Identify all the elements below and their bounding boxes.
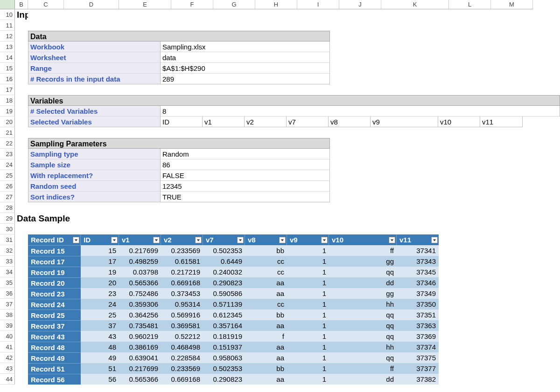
cell-v2[interactable]: 0.217219	[161, 267, 203, 277]
cell-v8[interactable]: cc	[245, 267, 287, 277]
cell-record-id[interactable]: Record 17	[28, 256, 81, 267]
row-header-42[interactable]: 42	[0, 352, 15, 363]
cell-v8[interactable]: cc	[245, 256, 287, 267]
row-header-24[interactable]: 24	[0, 159, 15, 170]
cell-record-id[interactable]: Record 51	[28, 363, 81, 374]
th-v1[interactable]: v1	[119, 234, 161, 245]
row-header-30[interactable]: 30	[0, 224, 15, 234]
cell-record-id[interactable]: Record 49	[28, 352, 81, 363]
cell-v11[interactable]: 37363	[397, 320, 439, 331]
cell-v11[interactable]: 37341	[397, 245, 439, 256]
cell-v9[interactable]: 1	[287, 342, 329, 352]
cell-v7[interactable]: 0.181919	[203, 331, 245, 342]
cell-v9[interactable]: 1	[287, 299, 329, 309]
cell-v1[interactable]: 0.03798	[119, 267, 161, 277]
table-row[interactable]: Record 43430.9602190.522120.181919f1qq37…	[15, 331, 560, 342]
row-header-31[interactable]: 31	[0, 234, 15, 245]
cell-v2[interactable]: 0.228584	[161, 352, 203, 363]
cell-record-id[interactable]: Record 37	[28, 320, 81, 331]
value-sort-indices[interactable]: TRUE	[161, 192, 330, 202]
cell-v10[interactable]: ff	[329, 245, 397, 256]
cell-v11[interactable]: 37351	[397, 309, 439, 320]
filter-icon[interactable]	[389, 237, 395, 243]
cell-v2[interactable]: 0.569916	[161, 309, 203, 320]
row-header-39[interactable]: 39	[0, 320, 15, 331]
col-header-H[interactable]: H	[255, 0, 297, 9]
filter-icon[interactable]	[279, 237, 286, 243]
row-header-16[interactable]: 16	[0, 74, 15, 84]
cell-v10[interactable]: qq	[329, 309, 397, 320]
row-header-38[interactable]: 38	[0, 309, 15, 320]
cell-v10[interactable]: ff	[329, 363, 397, 374]
row-header-23[interactable]: 23	[0, 149, 15, 159]
cell-record-id[interactable]: Record 24	[28, 299, 81, 309]
cell-v11[interactable]: 37369	[397, 331, 439, 342]
filter-icon[interactable]	[73, 237, 79, 243]
cell-v8[interactable]: aa	[245, 342, 287, 352]
cell-v7[interactable]: 0.502353	[203, 363, 245, 374]
th-id[interactable]: ID	[81, 234, 119, 245]
cell-v1[interactable]: 0.735481	[119, 320, 161, 331]
cell-v8[interactable]: bb	[245, 363, 287, 374]
filter-icon[interactable]	[431, 237, 438, 243]
col-header-D[interactable]: D	[64, 0, 119, 9]
cell-id[interactable]: 51	[81, 363, 119, 374]
cell-v9[interactable]: 1	[287, 320, 329, 331]
cell-v2[interactable]: 0.52212	[161, 331, 203, 342]
cell-v8[interactable]: bb	[245, 245, 287, 256]
cell-v11[interactable]: 37374	[397, 342, 439, 352]
cell-v2[interactable]: 0.369581	[161, 320, 203, 331]
cell-record-id[interactable]: Record 20	[28, 277, 81, 288]
value-sampling-type[interactable]: Random	[161, 149, 330, 159]
cell-v2[interactable]: 0.233569	[161, 245, 203, 256]
selvar-3[interactable]: v7	[287, 117, 329, 127]
col-header-C[interactable]: C	[28, 0, 64, 9]
row-header-27[interactable]: 27	[0, 192, 15, 202]
row-header-36[interactable]: 36	[0, 288, 15, 299]
value-worksheet[interactable]: data	[161, 52, 330, 63]
th-v2[interactable]: v2	[161, 234, 203, 245]
th-v8[interactable]: v8	[245, 234, 287, 245]
cell-v1[interactable]: 0.565366	[119, 277, 161, 288]
col-header-I[interactable]: I	[297, 0, 339, 9]
row-header-40[interactable]: 40	[0, 331, 15, 342]
cell-record-id[interactable]: Record 43	[28, 331, 81, 342]
table-row[interactable]: Record 51510.2176990.2335690.502353bb1ff…	[15, 363, 560, 374]
filter-icon[interactable]	[237, 237, 244, 243]
cell-v1[interactable]: 0.752486	[119, 288, 161, 299]
cell-v1[interactable]: 0.565366	[119, 374, 161, 385]
selvar-2[interactable]: v2	[245, 117, 287, 127]
cell-v2[interactable]: 0.669168	[161, 277, 203, 288]
row-header-29[interactable]: 29	[0, 213, 15, 224]
cell-v2[interactable]: 0.61581	[161, 256, 203, 267]
cell-id[interactable]: 56	[81, 374, 119, 385]
filter-icon[interactable]	[153, 237, 160, 243]
cell-v7[interactable]: 0.502353	[203, 245, 245, 256]
cell-v7[interactable]: 0.240032	[203, 267, 245, 277]
cell-id[interactable]: 25	[81, 309, 119, 320]
cell-v2[interactable]: 0.95314	[161, 299, 203, 309]
cell-v2[interactable]: 0.373453	[161, 288, 203, 299]
cell-v10[interactable]: dd	[329, 374, 397, 385]
cell-v1[interactable]: 0.364256	[119, 309, 161, 320]
cell-v7[interactable]: 0.590586	[203, 288, 245, 299]
row-header-28[interactable]: 28	[0, 202, 15, 213]
th-record-id[interactable]: Record ID	[28, 234, 81, 245]
table-row[interactable]: Record 56560.5653660.6691680.290823aa1dd…	[15, 374, 560, 385]
cell-v7[interactable]: 0.357164	[203, 320, 245, 331]
th-v9[interactable]: v9	[287, 234, 329, 245]
cell-v1[interactable]: 0.359306	[119, 299, 161, 309]
cell-v11[interactable]: 37377	[397, 363, 439, 374]
cell-v9[interactable]: 1	[287, 352, 329, 363]
cell-v1[interactable]: 0.639041	[119, 352, 161, 363]
value-with-replacement[interactable]: FALSE	[161, 170, 330, 181]
col-header-G[interactable]: G	[213, 0, 255, 9]
cell-record-id[interactable]: Record 23	[28, 288, 81, 299]
cell-v10[interactable]: hh	[329, 342, 397, 352]
row-header-17[interactable]: 17	[0, 84, 15, 95]
cell-record-id[interactable]: Record 19	[28, 267, 81, 277]
cell-v7[interactable]: 0.958063	[203, 352, 245, 363]
row-header-14[interactable]: 14	[0, 52, 15, 63]
row-header-19[interactable]: 19	[0, 106, 15, 117]
row-header-22[interactable]: 22	[0, 138, 15, 149]
